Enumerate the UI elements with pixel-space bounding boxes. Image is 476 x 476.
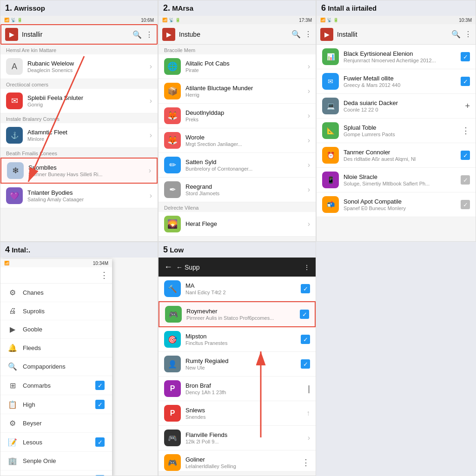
list-item[interactable]: 👤 Rumty Regialed New Ule ✓ xyxy=(159,352,316,377)
chevron-right-icon: › xyxy=(308,185,310,194)
list-item[interactable]: 🦊 Deuotlnylddap Preks › xyxy=(159,104,316,128)
print-icon: 🖨 xyxy=(8,307,17,315)
checkbox-checked[interactable]: ✓ xyxy=(95,437,105,447)
menu-item-lesous[interactable]: 📝 Lesous ✓ xyxy=(0,433,112,452)
list-item[interactable]: 📱 Nloie Slracle Soluge, Sirnertiy Mltlbo… xyxy=(317,168,476,192)
item-title: Black Eyrtisioneal Elenion xyxy=(344,50,456,57)
item-title: Snlews xyxy=(185,407,302,414)
checkbox-checked[interactable]: ✓ xyxy=(461,77,470,86)
list-item[interactable]: 🔨 MA Nanl Edicy T4t2 2 ✓ xyxy=(159,277,316,301)
play-icon: ▶ xyxy=(8,325,17,334)
menu-item-compaporidens[interactable]: 🔍 Compaporidens xyxy=(0,357,112,376)
more-icon[interactable]: ⋮ xyxy=(464,30,472,39)
plus-icon[interactable]: + xyxy=(465,101,470,111)
item-title: Fuwier Metall ollite xyxy=(344,75,456,82)
more-icon[interactable]: ⋮ xyxy=(100,270,108,280)
checkbox-checked[interactable]: ✓ xyxy=(301,335,310,344)
chevron-right-icon: › xyxy=(308,112,310,120)
item-title: Sonol Apot Compatile xyxy=(344,198,456,205)
list-item[interactable]: 🦊 Worole Mrgt Srection Janliager... › xyxy=(159,128,316,153)
item-subtitle: Sataling Amaly Cataager xyxy=(27,197,145,202)
search-icon[interactable]: 🔍 xyxy=(132,30,142,39)
item-text: Atilante Bluctage Munder Herrig xyxy=(185,85,303,98)
panel2-app-title: Instube xyxy=(179,31,288,38)
item-subtitle: Coonle 12 22 0 xyxy=(344,107,460,112)
list-item[interactable]: 🌐 Alitalic Pot Cabs Pirate › xyxy=(159,54,316,79)
list-item[interactable]: 📐 Splual Toble Gompe Lumrers Paots ⋮ xyxy=(317,119,476,143)
search-icon[interactable]: 🔍 xyxy=(291,30,301,39)
panel1-section1-header: Hemsl Are kin Mattare xyxy=(0,45,158,54)
menu-label: Conmarbs xyxy=(23,382,51,389)
menu-item-suprolis[interactable]: 🖨 Suprolis xyxy=(0,302,112,320)
item-subtitle: Spanef E0 Buneuc Monlery xyxy=(344,205,456,211)
checkbox-checked[interactable]: ✓ xyxy=(461,151,470,160)
item-text: Satten Syld Bunbrelory of Corntonanger..… xyxy=(185,159,303,172)
list-item[interactable]: ✏ Satten Syld Bunbrelory of Corntonanger… xyxy=(159,153,316,178)
list-item[interactable]: 🎮 Goliner Lelalnerldlalley Selling ⋮ xyxy=(159,450,316,471)
list-item[interactable]: A Rubanic Welelow Deaglecin Sonenics › xyxy=(0,54,158,79)
list-item-highlighted[interactable]: ❄ Snomblles Surnner Buneay Havs Silleti … xyxy=(0,158,158,184)
panel1-status-icons: 📶📡🔋 xyxy=(4,18,22,22)
list-item[interactable]: 📬 Sonol Apot Compatile Spanef E0 Buneuc … xyxy=(317,192,476,217)
more-icon[interactable]: ⋮ xyxy=(304,30,312,39)
item-icon: ✒ xyxy=(164,181,181,198)
menu-item-contrants[interactable]: 👤 Contrants ✓ xyxy=(0,470,112,476)
item-title: Bron Braf xyxy=(185,382,303,389)
checkbox-checked[interactable]: ✓ xyxy=(300,310,309,319)
checkbox-grey[interactable]: ✓ xyxy=(461,200,470,209)
list-item[interactable]: P Bron Braf Dency 1Ah 1 23fh | xyxy=(159,377,316,401)
menu-item-senple[interactable]: 🏢 Senple Onle xyxy=(0,452,112,470)
item-title: Rubanic Welelow xyxy=(27,60,145,67)
list-item[interactable]: ✉ Fuwier Metall ollite Greecy & Mars 201… xyxy=(317,69,476,94)
search-icon[interactable]: 🔍 xyxy=(451,30,461,39)
item-text: Tnlanter Byodies Sataling Amaly Cataager xyxy=(27,189,145,202)
menu-item-beyser[interactable]: ⚙ Beyser xyxy=(0,414,112,433)
list-item-highlighted[interactable]: 🎮 Roymevher Pirnreer Aulis in Statco Pro… xyxy=(159,301,316,327)
item-title: Deda suiaric Dacker xyxy=(344,99,460,106)
checkbox-checked[interactable]: ✓ xyxy=(301,359,310,369)
menu-item-conmarbs[interactable]: ⊞ Conmarbs ✓ xyxy=(0,376,112,395)
more-icon[interactable]: ⋮ xyxy=(304,264,310,271)
checkbox-checked[interactable]: ✓ xyxy=(301,284,310,293)
list-item[interactable]: 💜 Tnlanter Byodies Sataling Amaly Cataag… xyxy=(0,184,158,208)
more-icon[interactable]: ⋮ xyxy=(462,126,470,136)
checkbox-checked[interactable]: ✓ xyxy=(95,400,105,409)
panel2-number: 2. xyxy=(163,3,170,13)
list-item[interactable]: 📊 Black Eyrtisioneal Elenion Renjunrract… xyxy=(317,45,476,69)
list-item[interactable]: 🎮 Flanville Fiends 12lk 2l Poll 9... › xyxy=(159,426,316,450)
menu-item-chanes[interactable]: ⚙ Chanes xyxy=(0,284,112,302)
menu-item-fleeds[interactable]: 🔔 Fleeds xyxy=(0,339,112,357)
back-button[interactable]: ← xyxy=(164,262,172,272)
panel2-title: MArsa xyxy=(172,4,193,12)
item-icon: 🌄 xyxy=(164,216,181,232)
list-item[interactable]: ✉ Splebii Feela Snluter Gonrig › xyxy=(0,89,158,113)
item-subtitle: Herrig xyxy=(185,92,303,98)
menu-item-gooble[interactable]: ▶ Gooble xyxy=(0,320,112,339)
menu-item-high[interactable]: 📋 High ✓ xyxy=(0,395,112,414)
list-item[interactable]: ⚓ Atlamntic Fleet Minlore › xyxy=(0,123,158,148)
panel1-section3-header: Instale Bralanry Conres xyxy=(0,113,158,123)
item-icon: 🎮 xyxy=(164,430,181,446)
list-item[interactable]: 🎯 Mipston Fincltus Pranestes ✓ xyxy=(159,327,316,352)
panel4-status-icons: 📶 xyxy=(4,261,9,265)
checkbox-checked[interactable]: ✓ xyxy=(95,381,105,390)
checkbox-grey[interactable]: ✓ xyxy=(461,175,470,185)
list-item[interactable]: ⏰ Tanrner Connoler Des rldltatie Aßr aue… xyxy=(317,143,476,168)
more-icon[interactable]: ⋮ xyxy=(302,457,310,468)
list-item[interactable]: P Snlews Snendes ↑ xyxy=(159,401,316,426)
item-title: Herat Flege xyxy=(185,220,303,227)
more-icon[interactable]: ⋮ xyxy=(145,30,153,39)
settings-icon: ⚙ xyxy=(8,288,17,297)
item-subtitle: Surnner Buneay Havs Silleti Ri... xyxy=(28,172,144,177)
list-icon: 📋 xyxy=(8,400,17,409)
list-item[interactable]: ✒ Reegrand Stord Jlamoets › xyxy=(159,178,316,202)
checkbox-checked[interactable]: ✓ xyxy=(461,52,470,61)
list-item[interactable]: 💻 Deda suiaric Dacker Coonle 12 22 0 + xyxy=(317,94,476,119)
item-title: Roymevher xyxy=(186,308,295,315)
item-title: Goliner xyxy=(185,456,297,463)
item-subtitle: Bunbrelory of Corntonanger... xyxy=(185,166,303,172)
item-title: Snomblles xyxy=(28,164,144,171)
list-item[interactable]: 📦 Atilante Bluctage Munder Herrig › xyxy=(159,79,316,104)
item-subtitle: Snendes xyxy=(185,414,302,420)
list-item[interactable]: 🌄 Herat Flege › xyxy=(159,212,316,237)
